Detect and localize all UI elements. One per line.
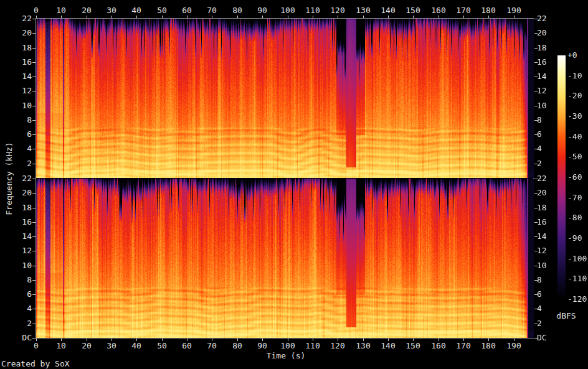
axis-tick-mark <box>187 339 187 341</box>
y-axis-tick-label: 10 <box>537 261 562 270</box>
colorbar-tick-label: -50 <box>567 152 588 161</box>
axis-tick-mark <box>87 16 87 18</box>
axis-tick-mark <box>534 91 538 91</box>
axis-tick-mark <box>32 179 36 179</box>
axis-tick-mark <box>534 338 538 339</box>
axis-tick-mark <box>32 106 36 106</box>
axis-tick-mark <box>488 339 489 341</box>
y-axis-tick-label: 2 <box>7 319 32 328</box>
y-axis-tick-label: 8 <box>7 115 32 124</box>
y-axis-tick-label: 20 <box>7 28 32 37</box>
y-axis-tick-label: 12 <box>7 246 32 255</box>
colorbar-tick-label: -40 <box>567 132 588 141</box>
y-axis-tick-label: 16 <box>7 217 32 227</box>
y-axis-tick-label: 14 <box>537 231 562 241</box>
axis-tick-mark <box>534 294 538 295</box>
axis-tick-mark <box>534 134 538 135</box>
y-axis-tick-label: 18 <box>537 43 562 52</box>
y-axis-tick-label: 6 <box>7 289 32 299</box>
axis-tick-mark <box>111 16 112 18</box>
y-axis-tick-label: 18 <box>7 43 32 52</box>
axis-tick-mark <box>87 339 87 341</box>
axis-tick-mark <box>32 62 36 63</box>
x-axis-tick-label: 190 <box>495 6 533 15</box>
axis-tick-mark <box>439 16 439 18</box>
axis-tick-mark <box>463 16 464 18</box>
y-axis-tick-label: 22 <box>7 14 32 23</box>
axis-tick-mark <box>32 120 36 121</box>
colorbar-tick-label: +0 <box>567 50 588 60</box>
spectrogram-channel-1-heatmap <box>36 19 534 178</box>
y-axis-tick-label: 10 <box>537 101 562 110</box>
axis-tick-mark <box>534 33 538 34</box>
colorbar-tick-label: -10 <box>567 71 588 80</box>
axis-tick-mark <box>262 339 263 341</box>
axis-tick-mark <box>338 16 338 18</box>
axis-tick-mark <box>162 339 163 341</box>
y-axis-tick-label: 16 <box>537 57 562 67</box>
axis-tick-mark <box>439 339 439 341</box>
axis-tick-mark <box>514 16 514 18</box>
colorbar-tick-label: -60 <box>567 172 588 182</box>
y-axis-tick-label: 14 <box>7 72 32 81</box>
axis-tick-mark <box>288 16 288 18</box>
spectrogram-channel-2-heatmap <box>36 179 534 338</box>
y-axis-tick-label: 4 <box>7 144 32 153</box>
y-axis-tick-label: 6 <box>7 129 32 139</box>
axis-tick-mark <box>32 208 36 208</box>
axis-tick-mark <box>61 339 62 341</box>
axis-tick-mark <box>32 294 36 295</box>
y-axis-tick-label: 14 <box>7 231 32 241</box>
axis-tick-mark <box>32 324 36 324</box>
y-axis-tick-label: 2 <box>7 159 32 168</box>
y-axis-tick-label: 8 <box>537 275 562 284</box>
colorbar-tick-label: -120 <box>567 294 588 304</box>
axis-tick-mark <box>463 339 464 341</box>
axis-tick-mark <box>534 48 538 49</box>
y-axis-tick-label: 6 <box>537 129 562 139</box>
axis-tick-mark <box>32 33 36 34</box>
y-axis-tick-label: 8 <box>7 275 32 284</box>
colorbar-tick-label: -20 <box>567 91 588 100</box>
axis-tick-mark <box>237 339 238 341</box>
y-axis-tick-label: 14 <box>537 72 562 81</box>
axis-tick-mark <box>534 193 538 194</box>
axis-tick-mark <box>162 16 163 18</box>
axis-tick-mark <box>262 16 263 18</box>
axis-tick-mark <box>32 149 36 149</box>
axis-tick-mark <box>534 120 538 121</box>
axis-tick-mark <box>534 280 538 281</box>
y-axis-tick-label: 10 <box>7 101 32 110</box>
axis-tick-mark <box>36 16 37 18</box>
y-axis-tick-label: 18 <box>7 203 32 212</box>
y-axis-tick-label: DC <box>537 333 562 342</box>
axis-tick-mark <box>111 339 112 341</box>
axis-tick-mark <box>534 324 538 324</box>
y-axis-tick-label: 8 <box>537 115 562 124</box>
axis-tick-mark <box>363 339 364 341</box>
axis-tick-mark <box>488 16 489 18</box>
axis-tick-mark <box>534 62 538 63</box>
axis-tick-mark <box>288 339 288 341</box>
axis-tick-mark <box>36 339 37 341</box>
axis-tick-mark <box>534 236 538 237</box>
sox-spectrogram: Time (s) Frequency (kHz) dBFS Created by… <box>0 0 588 369</box>
y-axis-tick-label: 2 <box>537 319 562 328</box>
y-axis-tick-label: 20 <box>537 28 562 37</box>
y-axis-tick-label: 22 <box>537 174 562 183</box>
y-axis-tick-label: 12 <box>7 86 32 95</box>
axis-tick-mark <box>212 16 212 18</box>
axis-tick-mark <box>534 77 538 77</box>
axis-tick-mark <box>313 16 313 18</box>
y-axis-tick-label: 20 <box>537 188 562 197</box>
axis-tick-mark <box>534 19 538 19</box>
axis-tick-mark <box>32 338 36 339</box>
axis-tick-mark <box>32 222 36 223</box>
axis-tick-mark <box>534 309 538 309</box>
y-axis-tick-label: 22 <box>7 174 32 183</box>
y-axis-tick-label: 12 <box>537 86 562 95</box>
colorbar-tick-label: -70 <box>567 193 588 202</box>
axis-tick-mark <box>363 16 364 18</box>
y-axis-tick-label: 12 <box>537 246 562 255</box>
y-axis-tick-label: DC <box>7 333 32 342</box>
